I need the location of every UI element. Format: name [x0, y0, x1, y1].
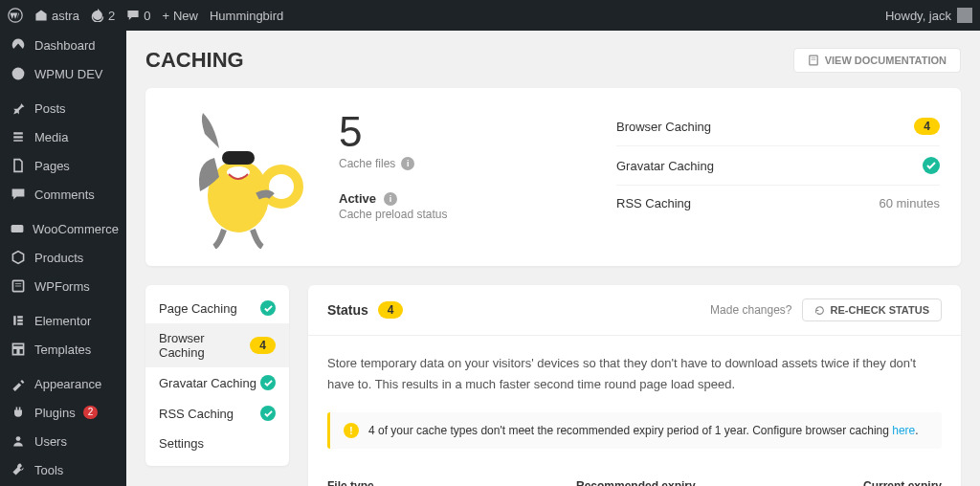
comments-count: 0 [144, 9, 150, 23]
comments-link[interactable]: 0 [126, 9, 150, 23]
new-label: New [173, 9, 198, 23]
wp-logo-icon[interactable] [8, 8, 23, 23]
site-name: astra [52, 9, 79, 23]
updates-count: 2 [108, 9, 115, 23]
howdy[interactable]: Howdy, jack [885, 9, 951, 23]
admin-bar: astra 2 0 + New Hummingbird Howdy, jack [0, 0, 980, 31]
avatar[interactable] [957, 8, 972, 23]
new-link[interactable]: + New [162, 9, 198, 23]
updates-link[interactable]: 2 [91, 9, 115, 23]
breadcrumb[interactable]: Hummingbird [210, 9, 283, 23]
site-link[interactable]: astra [34, 9, 79, 23]
